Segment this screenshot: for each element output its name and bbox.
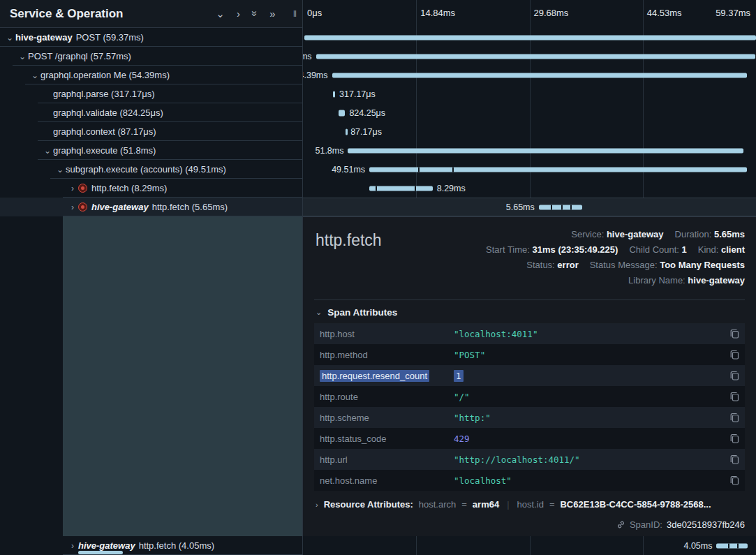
time-tick-label: 44.53ms: [647, 8, 682, 18]
meta-item: Service: hive-gateway: [571, 229, 663, 239]
chevron-down-icon[interactable]: ⌄: [42, 146, 53, 156]
resource-attributes-row[interactable]: › Resource Attributes: host.arch=arm64|h…: [316, 499, 749, 510]
span-id-footer: SpanID: 3de02518937fb246: [616, 519, 745, 530]
time-tick-label: 14.84ms: [420, 8, 455, 18]
copy-icon[interactable]: [724, 371, 745, 380]
tree-row[interactable]: ⌄hive-gatewayPOST (59.37ms): [0, 28, 302, 47]
attribute-value-text: "http://localhost:4011/": [454, 454, 580, 465]
attribute-value: 1: [454, 371, 724, 381]
collapse-one-icon[interactable]: ⌄: [216, 8, 225, 19]
copy-icon[interactable]: [724, 413, 745, 422]
tree-row[interactable]: graphql.validate (824.25μs): [0, 103, 302, 122]
expand-all-icon[interactable]: »: [250, 10, 260, 16]
copy-icon[interactable]: [724, 434, 745, 443]
duration-label: 824.25μs: [349, 108, 385, 118]
duration-label: 57.57ms: [303, 52, 316, 61]
span-duration-bar[interactable]: [369, 186, 433, 191]
resource-value: BC62E13B-C4CC-5854-9788-2568...: [560, 499, 711, 510]
span-duration-bar[interactable]: [339, 110, 345, 116]
chevron-right-icon[interactable]: ›: [67, 184, 78, 193]
tree-row[interactable]: ›hive-gatewayhttp.fetch (4.05ms): [0, 536, 302, 555]
span-tree: ⌄hive-gatewayPOST (59.37ms)⌄POST /graphq…: [0, 28, 302, 216]
tree-row[interactable]: ⌄POST /graphql (57.57ms): [0, 47, 302, 66]
attribute-row: http.status_code429: [314, 428, 745, 449]
meta-key: Start Time:: [486, 244, 532, 255]
panel-splitter-handle[interactable]: ‖: [293, 8, 297, 19]
attribute-value-text: "/": [454, 392, 470, 402]
bar-segment-tick: [376, 186, 377, 191]
span-duration-bar[interactable]: [332, 73, 748, 77]
detail-divider: [314, 299, 745, 300]
chevron-down-icon: ⌄: [316, 308, 322, 317]
attribute-row: http.host"localhost:4011": [314, 323, 745, 344]
span-tree-bottom-row: ›hive-gatewayhttp.fetch (4.05ms): [0, 536, 302, 555]
attribute-value: "http:": [454, 413, 724, 423]
span-label: graphql.operation Me (54.39ms): [40, 70, 170, 80]
span-label: graphql.parse (317.17μs): [53, 89, 155, 99]
span-duration-bar[interactable]: [333, 91, 335, 97]
tree-row[interactable]: graphql.parse (317.17μs): [0, 84, 302, 103]
chevron-right-icon[interactable]: ›: [67, 202, 78, 212]
chevron-down-icon[interactable]: ⌄: [29, 71, 40, 80]
copy-icon[interactable]: [724, 392, 745, 401]
copy-icon[interactable]: [724, 475, 745, 485]
attribute-key: http.route: [314, 392, 454, 402]
tree-row[interactable]: ›http.fetch (8.29ms): [0, 179, 302, 198]
chevron-down-icon[interactable]: ⌄: [54, 165, 66, 175]
timeline-row: 49.51ms: [303, 160, 756, 179]
span-label: http.fetch (5.65ms): [152, 202, 228, 212]
tree-row[interactable]: ⌄graphql.execute (51.8ms): [0, 141, 302, 160]
meta-item: Status: error: [526, 260, 578, 270]
attribute-key: http.status_code: [314, 434, 454, 444]
timeline-row: 824.25μs: [303, 103, 756, 122]
timeline-rows: 57.57ms54.39ms317.17μs824.25μs87.17μs51.…: [303, 28, 756, 216]
tree-row[interactable]: ›hive-gatewayhttp.fetch (5.65ms): [0, 198, 302, 216]
chevron-down-icon[interactable]: ⌄: [17, 52, 28, 61]
span-duration-bar[interactable]: [716, 543, 747, 548]
duration-label: 8.29ms: [437, 184, 466, 193]
meta-line: Start Time: 31ms (23:35:49.225)Child Cou…: [486, 242, 745, 258]
span-id-value: 3de02518937fb246: [667, 519, 745, 530]
meta-key: Child Count:: [629, 244, 681, 255]
meta-line: Library Name: hive-gateway: [486, 273, 745, 288]
chevron-right-icon[interactable]: ›: [67, 541, 78, 551]
copy-icon[interactable]: [724, 329, 745, 339]
span-attributes-header[interactable]: ⌄ Span Attributes: [316, 307, 397, 318]
meta-item: Kind: client: [698, 244, 745, 255]
span-duration-bar[interactable]: [348, 148, 743, 153]
span-duration-bar[interactable]: [369, 167, 747, 172]
attribute-value: "POST": [454, 350, 724, 360]
meta-value: hive-gateway: [688, 275, 745, 286]
copy-icon[interactable]: [724, 454, 745, 464]
timeline-row: 54.39ms: [303, 66, 756, 84]
resource-key: host.arch: [419, 499, 456, 510]
span-duration-bar[interactable]: [346, 128, 348, 135]
tree-row[interactable]: ⌄subgraph.execute (accounts) (49.51ms): [0, 160, 302, 179]
timeline-bottom-row: 4.05ms: [303, 536, 756, 555]
expand-one-icon[interactable]: ›: [237, 8, 240, 19]
tree-row[interactable]: ⌄graphql.operation Me (54.39ms): [0, 66, 302, 84]
duration-label: 49.51ms: [332, 165, 369, 175]
meta-line: Service: hive-gatewayDuration: 5.65ms: [486, 227, 745, 242]
collapse-all-icon[interactable]: »: [269, 8, 275, 19]
span-duration-bar[interactable]: [316, 54, 755, 59]
chevron-down-icon[interactable]: ⌄: [4, 33, 15, 43]
span-detail-meta: Service: hive-gatewayDuration: 5.65msSta…: [486, 227, 745, 288]
duration-label: 5.65ms: [506, 202, 539, 212]
resource-key: host.id: [517, 499, 544, 510]
span-label: subgraph.execute (accounts) (49.51ms): [66, 164, 226, 175]
tree-row[interactable]: graphql.context (87.17μs): [0, 122, 302, 141]
bar-segment-tick: [418, 167, 420, 172]
attribute-key: http.scheme: [314, 413, 454, 423]
span-duration-bar[interactable]: [304, 35, 756, 40]
attribute-value-text: "POST": [454, 350, 485, 360]
timeline-row: 317.17μs: [303, 84, 756, 103]
attribute-row: net.host.name"localhost": [314, 470, 745, 491]
horizontal-scrollbar[interactable]: [78, 551, 123, 554]
meta-item: Start Time: 31ms (23:35:49.225): [486, 244, 618, 255]
timeline-row: 8.29ms: [303, 179, 756, 198]
timeline-axis: 0μs14.84ms29.68ms44.53ms59.37ms: [303, 0, 756, 28]
span-duration-bar[interactable]: [539, 205, 582, 209]
chevron-right-icon: ›: [316, 501, 318, 509]
copy-icon[interactable]: [724, 350, 745, 360]
